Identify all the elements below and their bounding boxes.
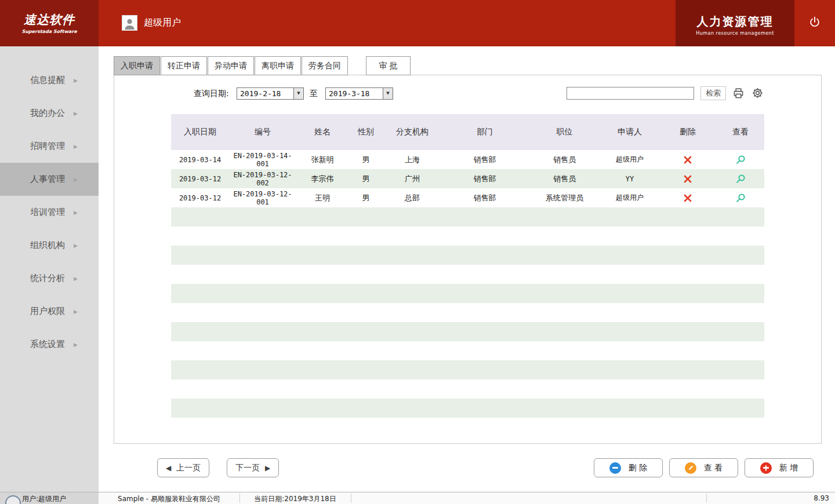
module-subtitle: Human resource management xyxy=(676,31,794,36)
date-to-select[interactable]: 2019-3-18 ▼ xyxy=(325,87,393,100)
chevron-right-icon: ▶ xyxy=(74,177,78,182)
tab-approval[interactable]: 审 批 xyxy=(366,56,411,75)
tab-bar: 入职申请 转正申请 异动申请 离职申请 劳务合同 审 批 xyxy=(114,56,411,75)
delete-button[interactable]: 删 除 xyxy=(594,458,663,477)
column-header: 删除 xyxy=(659,127,717,137)
sidebar-item-system-settings[interactable]: 系统设置▶ xyxy=(0,328,99,361)
app-window: 速达软件 Superstada Software 超级用户 人力资源管理 Hum… xyxy=(0,0,835,504)
view-button[interactable]: 查 看 xyxy=(669,458,738,477)
table-row[interactable]: 2019-03-12 EN-2019-03-12-001 王明 男 总部 销售部… xyxy=(171,188,764,207)
cell-applicant: 超级用户 xyxy=(601,193,659,203)
status-user: 用户:超级用户 xyxy=(22,494,66,504)
to-label: 至 xyxy=(310,89,318,99)
prev-page-label: 上一页 xyxy=(176,463,201,473)
empty-table-row xyxy=(171,418,764,437)
cell-department: 销售部 xyxy=(441,174,528,184)
cell-code: EN-2019-03-12-002 xyxy=(229,171,296,187)
view-row-icon[interactable] xyxy=(717,155,764,165)
query-date-label: 查询日期: xyxy=(194,89,229,99)
sidebar-item-label: 招聘管理 xyxy=(30,141,65,152)
user-avatar-icon xyxy=(122,15,137,31)
column-header: 申请人 xyxy=(601,127,659,137)
cell-position: 销售员 xyxy=(528,155,601,165)
cell-code: EN-2019-03-14-001 xyxy=(229,152,296,168)
logo: 速达软件 Superstada Software xyxy=(0,0,99,46)
chevron-down-icon[interactable]: ▼ xyxy=(293,88,303,99)
date-from-select[interactable]: 2019-2-18 ▼ xyxy=(237,87,304,100)
next-arrow-icon: ▶ xyxy=(265,464,270,472)
chevron-right-icon: ▶ xyxy=(74,342,78,348)
sidebar-item-my-office[interactable]: 我的办公▶ xyxy=(0,97,99,130)
sidebar-item-training[interactable]: 培训管理▶ xyxy=(0,196,99,229)
empty-table-row xyxy=(171,399,764,418)
status-user-segment: 用户:超级用户 xyxy=(0,492,99,504)
cell-gender: 男 xyxy=(348,193,383,203)
logo-title: 速达软件 xyxy=(0,12,99,28)
sidebar-item-organization[interactable]: 组织机构▶ xyxy=(0,229,99,262)
tab-regularization-application[interactable]: 转正申请 xyxy=(161,56,207,75)
next-page-label: 下一页 xyxy=(235,463,260,473)
print-icon[interactable] xyxy=(732,87,745,99)
empty-table-row xyxy=(171,246,764,265)
chevron-down-icon[interactable]: ▼ xyxy=(383,88,393,99)
sidebar-item-recruitment[interactable]: 招聘管理▶ xyxy=(0,130,99,163)
status-version: 8.93 xyxy=(814,494,829,502)
delete-row-icon[interactable] xyxy=(659,174,717,184)
column-header: 性别 xyxy=(348,127,383,137)
module-title-block: 人力资源管理 Human resource management xyxy=(676,0,794,46)
sidebar-item-personnel[interactable]: 人事管理▶ xyxy=(0,163,99,196)
chevron-right-icon: ▶ xyxy=(74,243,78,249)
tab-labor-contract[interactable]: 劳务合同 xyxy=(302,56,348,75)
sidebar-item-label: 统计分析 xyxy=(30,273,65,284)
sidebar-item-label: 用户权限 xyxy=(30,306,65,317)
tab-resignation-application[interactable]: 离职申请 xyxy=(255,56,301,75)
next-page-button[interactable]: 下一页 ▶ xyxy=(227,458,279,477)
tab-transfer-application[interactable]: 异动申请 xyxy=(208,56,254,75)
cell-name: 王明 xyxy=(296,193,348,203)
sidebar-item-statistics[interactable]: 统计分析▶ xyxy=(0,262,99,295)
logo-subtitle: Superstada Software xyxy=(0,29,99,34)
search-input[interactable] xyxy=(567,87,694,100)
gear-icon[interactable] xyxy=(752,87,764,99)
column-header: 分支机构 xyxy=(383,127,441,137)
empty-table-row xyxy=(171,227,764,246)
power-button[interactable] xyxy=(794,0,835,46)
add-button[interactable]: 新 增 xyxy=(745,458,814,477)
sidebar-item-label: 组织机构 xyxy=(30,240,65,251)
delete-row-icon[interactable] xyxy=(659,155,717,165)
cell-name: 张新明 xyxy=(296,155,348,165)
view-row-icon[interactable] xyxy=(717,193,764,203)
sidebar-item-user-rights[interactable]: 用户权限▶ xyxy=(0,295,99,328)
delete-row-icon[interactable] xyxy=(659,193,717,203)
view-row-icon[interactable] xyxy=(717,174,764,184)
power-icon xyxy=(808,16,821,31)
search-button[interactable]: 检索 xyxy=(700,86,726,100)
add-button-label: 新 增 xyxy=(779,463,798,473)
table-body: 2019-03-14 EN-2019-03-14-001 张新明 男 上海 销售… xyxy=(171,150,764,437)
sidebar-item-label: 系统设置 xyxy=(30,339,65,350)
cell-department: 销售部 xyxy=(441,155,528,165)
table-row[interactable]: 2019-03-12 EN-2019-03-12-002 李宗伟 男 广州 销售… xyxy=(171,169,764,188)
pencil-icon xyxy=(685,462,696,474)
sidebar-item-label: 我的办公 xyxy=(30,108,65,119)
sidebar: 信息提醒▶ 我的办公▶ 招聘管理▶ 人事管理▶ 培训管理▶ 组织机构▶ 统计分析… xyxy=(0,46,99,492)
status-divider xyxy=(351,494,351,503)
sidebar-item-label: 培训管理 xyxy=(30,207,65,218)
sidebar-item-label: 信息提醒 xyxy=(30,75,65,86)
cell-branch: 上海 xyxy=(383,155,441,165)
column-header: 职位 xyxy=(528,127,601,137)
cell-branch: 广州 xyxy=(383,174,441,184)
sidebar-item-info-reminder[interactable]: 信息提醒▶ xyxy=(0,64,99,97)
prev-page-button[interactable]: ◀ 上一页 xyxy=(157,458,209,477)
chevron-right-icon: ▶ xyxy=(74,210,78,216)
chevron-right-icon: ▶ xyxy=(74,111,78,116)
view-button-label: 查 看 xyxy=(704,463,723,473)
table-row[interactable]: 2019-03-14 EN-2019-03-14-001 张新明 男 上海 销售… xyxy=(171,150,764,169)
tab-entry-application[interactable]: 入职申请 xyxy=(114,56,160,75)
cell-gender: 男 xyxy=(348,155,383,165)
empty-table-row xyxy=(171,360,764,379)
cell-name: 李宗伟 xyxy=(296,174,348,184)
column-header: 姓名 xyxy=(296,127,348,137)
module-title: 人力资源管理 xyxy=(676,14,794,30)
content-panel: 查询日期: 2019-2-18 ▼ 至 2019-3-18 ▼ 检索 入职日期 … xyxy=(114,75,822,444)
